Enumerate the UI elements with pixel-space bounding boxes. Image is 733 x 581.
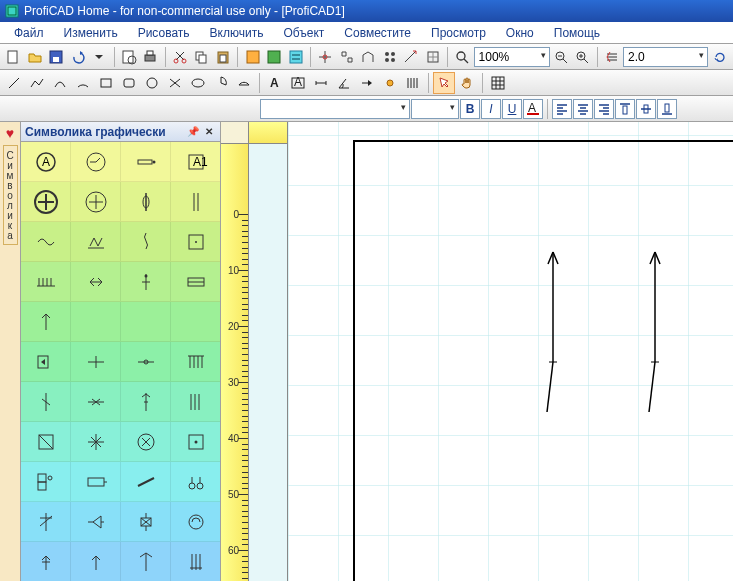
- symbol-cell[interactable]: [171, 342, 220, 382]
- menu-object[interactable]: Объект: [273, 24, 334, 42]
- align-center-icon[interactable]: [573, 99, 593, 119]
- cut-icon[interactable]: [170, 46, 191, 68]
- underline-button[interactable]: U: [502, 99, 522, 119]
- symbol-cell[interactable]: [71, 542, 121, 581]
- symbol-cell[interactable]: [121, 502, 171, 542]
- symbol-cell[interactable]: [71, 182, 121, 222]
- symbol-cell[interactable]: [171, 222, 220, 262]
- zoom-out-icon[interactable]: [551, 46, 572, 68]
- symbol-cell[interactable]: [171, 422, 220, 462]
- symbol-cell[interactable]: [71, 462, 121, 502]
- symbol-cell[interactable]: [71, 302, 121, 342]
- library1-icon[interactable]: [242, 46, 263, 68]
- library2-icon[interactable]: [264, 46, 285, 68]
- symbol-cell[interactable]: [121, 382, 171, 422]
- shape-roundrect-icon[interactable]: [118, 72, 140, 94]
- font-combo[interactable]: [260, 99, 410, 119]
- open-icon[interactable]: [25, 46, 46, 68]
- print-icon[interactable]: [140, 46, 161, 68]
- side-tab-symbols[interactable]: Символика: [3, 145, 18, 245]
- new-icon[interactable]: [3, 46, 24, 68]
- symbol-cell[interactable]: A: [21, 142, 71, 182]
- fontcolor-button[interactable]: A: [523, 99, 543, 119]
- symbol-cell[interactable]: [171, 262, 220, 302]
- shape-triangle-icon[interactable]: [164, 72, 186, 94]
- pointer-icon[interactable]: [433, 72, 455, 94]
- symbol-cell[interactable]: [21, 382, 71, 422]
- symbol-cell[interactable]: A1: [171, 142, 220, 182]
- symbol-cell[interactable]: [21, 342, 71, 382]
- arrow-icon[interactable]: [356, 72, 378, 94]
- undo-icon[interactable]: [68, 46, 89, 68]
- menu-draw[interactable]: Рисовать: [128, 24, 200, 42]
- library3-icon[interactable]: [285, 46, 306, 68]
- menu-file[interactable]: Файл: [4, 24, 54, 42]
- italic-button[interactable]: I: [481, 99, 501, 119]
- symbol-cell[interactable]: [121, 262, 171, 302]
- dropdown-icon[interactable]: [89, 46, 110, 68]
- symbol-cell[interactable]: [121, 142, 171, 182]
- zoom-combo[interactable]: 100%: [474, 47, 550, 67]
- symbol-cell[interactable]: [121, 422, 171, 462]
- symbol-cell[interactable]: [21, 302, 71, 342]
- zoom-tool-icon[interactable]: [452, 46, 473, 68]
- symbol-cell[interactable]: [71, 262, 121, 302]
- symbol-cell[interactable]: [171, 302, 220, 342]
- menu-view[interactable]: Просмотр: [421, 24, 496, 42]
- symbol-cell[interactable]: [121, 542, 171, 581]
- symbol-cell[interactable]: [171, 382, 220, 422]
- symbol-cell[interactable]: [21, 422, 71, 462]
- copy-icon[interactable]: [191, 46, 212, 68]
- shape-rect-icon[interactable]: [95, 72, 117, 94]
- shape-line-icon[interactable]: [3, 72, 25, 94]
- symbol-cell[interactable]: [71, 422, 121, 462]
- snap4-icon[interactable]: [379, 46, 400, 68]
- symbol-cell[interactable]: [121, 462, 171, 502]
- menu-window[interactable]: Окно: [496, 24, 544, 42]
- align-top-icon[interactable]: [615, 99, 635, 119]
- snap3-icon[interactable]: [358, 46, 379, 68]
- symbol-cell[interactable]: [21, 222, 71, 262]
- bold-button[interactable]: B: [460, 99, 480, 119]
- shape-arc-icon[interactable]: [72, 72, 94, 94]
- textblock-icon[interactable]: A: [287, 72, 309, 94]
- snap5-icon[interactable]: [401, 46, 422, 68]
- symbol-cell[interactable]: [121, 342, 171, 382]
- symbol-cell[interactable]: [71, 502, 121, 542]
- scale-icon[interactable]: [602, 46, 623, 68]
- close-panel-icon[interactable]: ✕: [202, 125, 216, 139]
- menu-enable[interactable]: Включить: [200, 24, 274, 42]
- symbol-cell[interactable]: [21, 462, 71, 502]
- dot-icon[interactable]: [379, 72, 401, 94]
- align-right-icon[interactable]: [594, 99, 614, 119]
- preview-icon[interactable]: [119, 46, 140, 68]
- scale-combo[interactable]: 2.0: [623, 47, 708, 67]
- menu-help[interactable]: Помощь: [544, 24, 610, 42]
- align-middle-icon[interactable]: [636, 99, 656, 119]
- shape-polyline-icon[interactable]: [26, 72, 48, 94]
- canvas[interactable]: [249, 144, 733, 581]
- paste-icon[interactable]: [213, 46, 234, 68]
- shape-circle-icon[interactable]: [141, 72, 163, 94]
- switch-symbol-2[interactable]: [645, 242, 665, 422]
- symbol-cell[interactable]: [21, 262, 71, 302]
- pin-icon[interactable]: 📌: [186, 125, 200, 139]
- shape-chord-icon[interactable]: [233, 72, 255, 94]
- symbol-cell[interactable]: [71, 382, 121, 422]
- refresh-icon[interactable]: [709, 46, 730, 68]
- align-left-icon[interactable]: [552, 99, 572, 119]
- shape-pie-icon[interactable]: [210, 72, 232, 94]
- align-bottom-icon[interactable]: [657, 99, 677, 119]
- dimension-icon[interactable]: [310, 72, 332, 94]
- switch-symbol-1[interactable]: [543, 242, 563, 422]
- symbol-cell[interactable]: [121, 182, 171, 222]
- angle-icon[interactable]: [333, 72, 355, 94]
- text-icon[interactable]: A: [264, 72, 286, 94]
- snap6-icon[interactable]: [423, 46, 444, 68]
- symbol-cell[interactable]: [71, 222, 121, 262]
- menu-edit[interactable]: Изменить: [54, 24, 128, 42]
- symbol-cell[interactable]: [71, 342, 121, 382]
- symbol-cell[interactable]: [171, 542, 220, 581]
- hatch-icon[interactable]: [402, 72, 424, 94]
- symbol-cell[interactable]: [121, 222, 171, 262]
